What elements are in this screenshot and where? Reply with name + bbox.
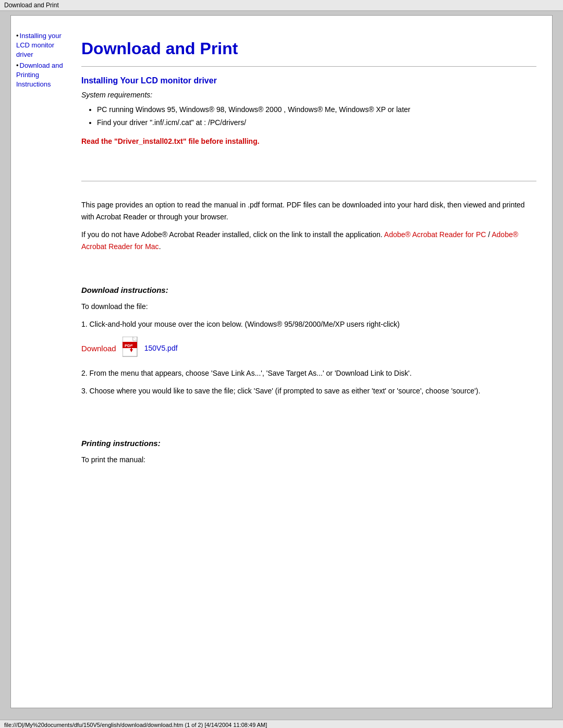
content-area: Installing your LCD monitor driver Downl… (11, 16, 552, 708)
warning-text: Read the "Driver_install02.txt" file bef… (81, 137, 536, 145)
description-1: This page provides an option to read the… (81, 199, 536, 223)
acrobat-pc-link[interactable]: Adobe® Acrobat Reader for PC (384, 230, 486, 239)
download-title: Download instructions: (81, 286, 536, 294)
system-req-label: System requirements: (81, 91, 536, 99)
printing-intro: To print the manual: (81, 454, 536, 465)
svg-rect-8 (131, 346, 132, 350)
page-container: Installing your LCD monitor driver Downl… (10, 15, 553, 708)
download-step1: 1. Click-and-hold your mouse over the ic… (81, 318, 536, 330)
description-2: If you do not have Adobe® Acrobat Reader… (81, 229, 536, 252)
desc2-suffix: . (159, 242, 161, 251)
requirements-list: PC running Windows 95, Windows® 98, Wind… (97, 103, 536, 129)
description-section: This page provides an option to read the… (81, 199, 536, 252)
download-step3: 3. Choose where you would like to save t… (81, 385, 536, 397)
pdf-icon: PDF (123, 337, 141, 359)
main-content: Download and Print Installing Your LCD m… (71, 26, 552, 697)
download-section: Download instructions: To download the f… (81, 286, 536, 397)
sidebar-link-installing[interactable]: Installing your LCD monitor driver (16, 31, 66, 60)
installing-section: Installing Your LCD monitor driver Syste… (81, 76, 536, 145)
printing-section: Printing instructions: To print the manu… (81, 439, 536, 465)
download-step2: 2. From the menu that appears, choose 'S… (81, 367, 536, 379)
desc2-prefix: If you do not have Adobe® Acrobat Reader… (81, 230, 384, 239)
separator: / (486, 230, 492, 239)
top-section: Download and Print Installing Your LCD m… (81, 26, 536, 465)
sidebar-link-download[interactable]: Download and Printing Instructions (16, 61, 66, 90)
title-bar: Download and Print (0, 0, 563, 11)
browser-frame: Installing your LCD monitor driver Downl… (0, 11, 563, 720)
req-item-1: PC running Windows 95, Windows® 98, Wind… (97, 103, 536, 116)
status-bar-text: file:///D|/My%20documents/dfu/150V5/engl… (4, 722, 267, 728)
sidebar: Installing your LCD monitor driver Downl… (11, 26, 71, 697)
divider-top (81, 66, 536, 67)
page-title: Download and Print (81, 39, 536, 58)
download-row: Download (81, 337, 536, 360)
status-bar: file:///D|/My%20documents/dfu/150V5/engl… (0, 720, 563, 728)
pdf-file-link[interactable]: PDF (123, 337, 141, 360)
title-bar-text: Download and Print (4, 2, 59, 9)
download-label: Download (81, 344, 116, 353)
req-item-2: Find your driver ".inf/.icm/.cat" at : /… (97, 116, 536, 129)
pdf-icon-container: PDF 150V5.pdf (123, 337, 178, 360)
installing-title: Installing Your LCD monitor driver (81, 76, 536, 85)
download-intro: To download the file: (81, 301, 536, 312)
pdf-filename-link[interactable]: 150V5.pdf (144, 344, 178, 352)
divider-middle (81, 181, 536, 181)
printing-title: Printing instructions: (81, 439, 536, 448)
